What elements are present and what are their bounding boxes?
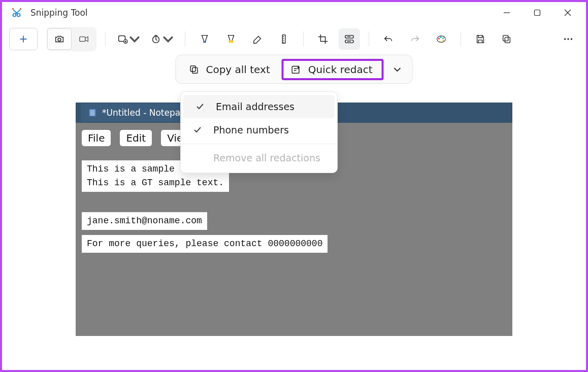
pen-tool-button[interactable] [194, 28, 215, 50]
crop-button[interactable] [312, 28, 334, 50]
snipping-tool-icon [11, 7, 22, 18]
copy-icon [188, 64, 200, 75]
redact-phones-label: Phone numbers [213, 124, 289, 136]
minimize-button[interactable] [492, 2, 522, 23]
svg-point-22 [571, 38, 572, 40]
delay-dropdown[interactable] [148, 28, 176, 50]
video-mode-button[interactable] [72, 28, 96, 50]
ruler-tool-button[interactable] [273, 28, 295, 50]
menu-separator [181, 144, 337, 144]
separator [461, 31, 461, 47]
svg-point-20 [564, 38, 566, 40]
chevron-down-icon [162, 33, 174, 45]
app-title: Snipping Tool [30, 8, 492, 18]
more-options-button[interactable] [558, 28, 579, 50]
svg-point-21 [567, 38, 569, 40]
undo-button[interactable] [378, 28, 399, 50]
quick-redact-label: Quick redact [308, 63, 373, 76]
text-actions-button[interactable] [339, 28, 360, 50]
notepad-icon [88, 108, 97, 117]
svg-point-16 [442, 38, 444, 39]
new-snip-button[interactable] [9, 28, 38, 50]
maximize-button[interactable] [522, 2, 552, 23]
quick-redact-button[interactable]: Quick redact [282, 59, 384, 80]
redact-emails-label: Email addresses [216, 101, 295, 112]
redact-icon [291, 64, 302, 75]
remove-all-redactions-item[interactable]: Remove all redactions [181, 146, 337, 170]
save-button[interactable] [470, 28, 491, 50]
quick-redact-menu-toggle[interactable] [388, 60, 407, 79]
titlebar: Snipping Tool [2, 2, 586, 23]
chevron-down-icon [129, 33, 140, 45]
toolbar [2, 23, 586, 55]
separator [369, 31, 369, 47]
notepad-tab: *Untitled - Notepad [81, 104, 193, 122]
svg-rect-23 [192, 67, 198, 73]
screenshot-mode-button[interactable] [47, 28, 72, 50]
close-button[interactable] [552, 2, 583, 23]
chevron-down-icon [394, 65, 402, 74]
svg-rect-19 [503, 36, 508, 41]
text-actions-pill: Copy all text Quick redact [175, 55, 412, 84]
svg-rect-4 [80, 37, 85, 41]
svg-rect-9 [228, 41, 233, 43]
redact-emails-item[interactable]: Email addresses [183, 95, 335, 118]
separator [105, 31, 106, 47]
copy-all-text-label: Copy all text [206, 63, 270, 76]
quick-redact-dropdown: Email addresses Phone numbers Remove all… [180, 91, 338, 173]
svg-rect-26 [89, 109, 96, 116]
svg-point-15 [440, 37, 441, 38]
notepad-tab-title: *Untitled - Notepad [102, 108, 186, 118]
copy-button[interactable] [496, 28, 517, 50]
capture-mode-toggle [47, 27, 96, 51]
redo-button[interactable] [404, 28, 426, 50]
separator [303, 31, 304, 47]
svg-rect-2 [535, 10, 540, 16]
remove-all-redactions-label: Remove all redactions [213, 152, 320, 163]
copy-all-text-button[interactable]: Copy all text [181, 59, 277, 80]
svg-point-14 [438, 38, 440, 39]
check-icon [193, 125, 202, 134]
svg-point-3 [58, 38, 61, 41]
check-icon [195, 102, 205, 111]
snip-shape-dropdown[interactable] [114, 28, 143, 50]
svg-rect-8 [203, 42, 206, 43]
notepad-menu-file: File [82, 130, 111, 146]
notepad-menu-edit: Edit [120, 130, 152, 146]
notepad-email-text: jane.smith@noname.com [82, 212, 207, 230]
eraser-tool-button[interactable] [247, 28, 268, 50]
edit-in-paint-button[interactable] [431, 28, 452, 50]
redact-phones-item[interactable]: Phone numbers [181, 118, 337, 142]
notepad-contact-text: For more queries, please contact 0000000… [82, 235, 328, 253]
svg-point-17 [442, 40, 444, 41]
separator [185, 31, 185, 47]
svg-rect-24 [190, 65, 195, 71]
svg-rect-18 [505, 37, 510, 43]
highlighter-tool-button[interactable] [220, 28, 242, 50]
svg-rect-10 [282, 35, 285, 44]
